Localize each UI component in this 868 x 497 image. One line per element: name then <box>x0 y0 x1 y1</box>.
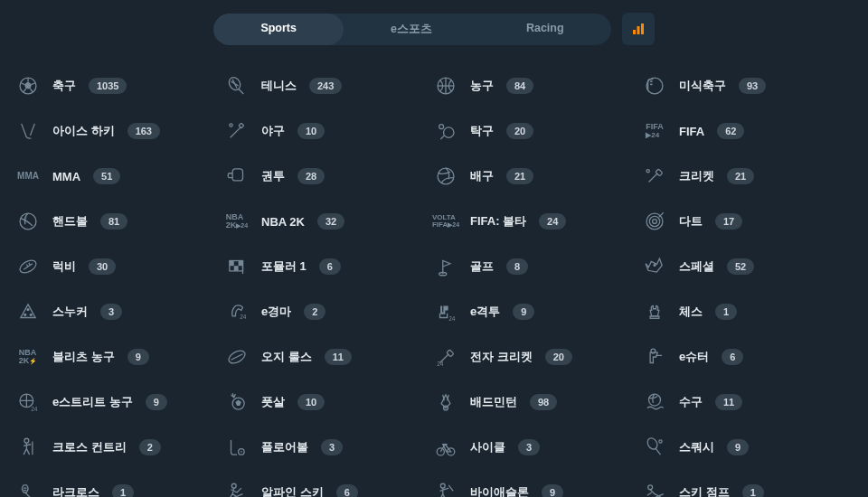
svg-line-37 <box>26 265 28 267</box>
sport-item-tabletennis[interactable]: 탁구20 <box>434 108 643 154</box>
svg-point-32 <box>649 216 659 226</box>
sport-item-chess[interactable]: 체스1 <box>643 289 852 334</box>
mma-icon: MMA <box>16 164 40 188</box>
sport-item-f1[interactable]: 포뮬러 16 <box>225 244 434 289</box>
sport-count-badge: 243 <box>309 78 342 94</box>
sport-item-volleyball[interactable]: 배구21 <box>434 154 643 199</box>
svg-point-24 <box>444 127 454 137</box>
sport-item-mma[interactable]: MMAMMA51 <box>16 154 225 199</box>
svg-line-25 <box>440 136 444 139</box>
svg-rect-0 <box>633 30 636 34</box>
sport-item-lacrosse[interactable]: 라크로스1 <box>16 470 225 497</box>
sport-item-squash[interactable]: 스쿼시9 <box>643 425 852 470</box>
svg-rect-41 <box>239 261 243 267</box>
svg-rect-42 <box>234 266 239 271</box>
svg-point-47 <box>26 308 29 311</box>
svg-line-11 <box>239 89 244 94</box>
sport-label: 수구 <box>679 394 703 410</box>
sport-item-cycling[interactable]: 사이클3 <box>434 425 643 470</box>
sport-item-blitzbb[interactable]: NBA2K⚡블리츠 농구9 <box>16 334 225 380</box>
sport-item-fifa24[interactable]: FIFA▶24FIFA62 <box>643 108 852 154</box>
sport-item-futsal[interactable]: 풋살10 <box>225 380 434 425</box>
special-icon <box>643 255 666 278</box>
tabs-bar: Sportse스포츠Racing <box>0 0 868 52</box>
svg-text:24: 24 <box>448 315 456 322</box>
sport-count-badge: 2 <box>139 439 161 455</box>
svg-rect-40 <box>230 261 234 267</box>
sport-item-amfootball[interactable]: 미식축구93 <box>643 63 852 108</box>
tennis-icon <box>225 74 249 98</box>
svg-text:24: 24 <box>437 361 444 367</box>
svg-rect-52 <box>650 316 659 318</box>
sport-count-badge: 52 <box>727 258 754 275</box>
svg-point-82 <box>231 483 236 488</box>
sport-item-nba2k[interactable]: NBA2K▶24NBA 2K32 <box>225 199 434 244</box>
svg-point-48 <box>24 314 26 316</box>
sport-item-golf[interactable]: 골프8 <box>434 244 643 289</box>
sport-label: 크로스 컨트리 <box>52 439 127 455</box>
alpine-icon <box>225 481 249 497</box>
sport-label: 풋살 <box>261 394 285 410</box>
sport-item-hockey[interactable]: 아이스 하키163 <box>16 108 225 154</box>
sport-item-voltafifa[interactable]: VOLTAFIFA▶24FIFA: 볼타24 <box>434 199 643 244</box>
sport-item-basketball[interactable]: 농구84 <box>434 63 643 108</box>
sport-label: 블리츠 농구 <box>52 349 115 365</box>
svg-point-33 <box>653 220 657 224</box>
squash-icon <box>643 436 666 459</box>
voltafifa-icon: VOLTAFIFA▶24 <box>434 210 458 233</box>
sport-item-boxing[interactable]: 권투28 <box>225 154 434 199</box>
sport-item-special[interactable]: 스페셜52 <box>643 244 852 289</box>
stats-button[interactable] <box>622 13 655 45</box>
sport-item-skijump[interactable]: 스키 점프1 <box>643 470 852 497</box>
sport-item-snooker[interactable]: 스누커3 <box>16 289 225 334</box>
sport-item-cricket[interactable]: 크리켓21 <box>643 154 852 199</box>
sport-count-badge: 9 <box>127 349 149 365</box>
svg-rect-18 <box>650 80 652 82</box>
svg-line-77 <box>656 448 661 455</box>
waterpolo-icon <box>643 390 666 414</box>
sport-item-ecricket[interactable]: 24전자 크리켓20 <box>434 334 643 380</box>
sport-item-crosscountry[interactable]: 크로스 컨트리2 <box>16 425 225 470</box>
sport-item-efight[interactable]: 24e격투9 <box>434 289 643 334</box>
sport-item-tennis[interactable]: 테니스243 <box>225 63 434 108</box>
cycling-icon <box>434 436 458 459</box>
estreetbb-icon: 24 <box>16 390 40 414</box>
rugby-icon <box>16 255 40 278</box>
svg-text:24: 24 <box>240 314 247 320</box>
sport-item-baseball[interactable]: 야구10 <box>225 108 434 154</box>
svg-point-78 <box>659 440 662 443</box>
sport-count-badge: 163 <box>127 123 160 139</box>
sport-item-aussie[interactable]: 오지 룰스11 <box>225 334 434 380</box>
sport-count-badge: 10 <box>297 123 325 139</box>
sport-item-floorball[interactable]: 플로어볼3 <box>225 425 434 470</box>
sport-label: 스키 점프 <box>679 484 730 497</box>
sport-item-badminton[interactable]: 배드민턴98 <box>434 380 643 425</box>
handball-icon <box>16 210 40 233</box>
sport-item-soccer[interactable]: 축구1035 <box>16 63 225 108</box>
sport-item-ehorse[interactable]: 24e경마2 <box>225 289 434 334</box>
tab-e스포츠[interactable]: e스포츠 <box>344 14 479 45</box>
tab-racing[interactable]: Racing <box>479 14 611 45</box>
sport-item-estreetbb[interactable]: 24e스트리트 농구9 <box>16 380 225 425</box>
sport-item-rugby[interactable]: 럭비30 <box>16 244 225 289</box>
svg-point-86 <box>648 485 653 490</box>
golf-icon <box>434 255 458 278</box>
sport-item-alpine[interactable]: 알파인 스키6 <box>225 470 434 497</box>
sport-label: 체스 <box>679 304 703 320</box>
sport-count-badge: 21 <box>727 168 754 184</box>
sport-item-biathlon[interactable]: 바이애슬론9 <box>434 470 643 497</box>
sport-item-handball[interactable]: 핸드볼81 <box>16 199 225 244</box>
sport-item-waterpolo[interactable]: 수구11 <box>643 380 852 425</box>
sport-label: 스페셜 <box>679 258 714 275</box>
sport-label: 알파인 스키 <box>261 484 324 497</box>
svg-point-29 <box>646 170 649 173</box>
sport-label: MMA <box>52 170 80 183</box>
svg-marker-65 <box>235 400 241 407</box>
ehorse-icon: 24 <box>225 300 249 324</box>
sport-label: 테니스 <box>261 78 297 94</box>
tab-sports[interactable]: Sports <box>213 14 344 45</box>
sport-item-darts[interactable]: 다트17 <box>643 199 852 244</box>
sport-label: 농구 <box>470 78 494 94</box>
sport-count-badge: 20 <box>506 123 533 139</box>
sport-item-eshooter[interactable]: e슈터6 <box>643 334 852 380</box>
